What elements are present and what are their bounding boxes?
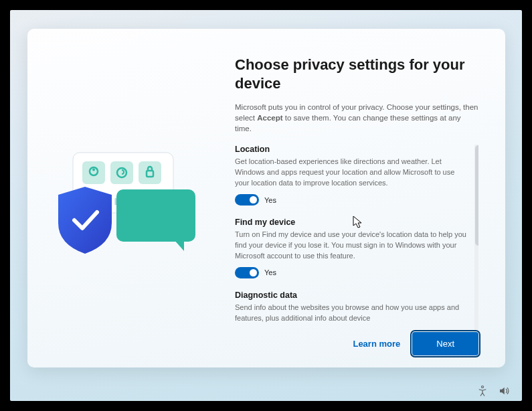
learn-more-link[interactable]: Learn more	[353, 339, 400, 349]
next-button[interactable]: Next	[412, 332, 478, 355]
location-toggle[interactable]	[235, 194, 259, 206]
intro-bold: Accept	[257, 114, 282, 122]
svg-point-22	[482, 386, 484, 388]
accessibility-icon[interactable]	[476, 385, 489, 397]
illustration-pane	[27, 29, 228, 367]
privacy-illustration	[53, 149, 200, 270]
svg-point-3	[92, 169, 95, 171]
svg-rect-1	[82, 161, 105, 184]
content-pane: Choose privacy settings for your device …	[228, 29, 505, 367]
find-title: Find my device	[235, 218, 466, 227]
section-find-my-device: Find my device Turn on Find my device an…	[235, 218, 466, 278]
find-my-device-toggle[interactable]	[235, 267, 259, 278]
svg-rect-4	[110, 161, 133, 184]
action-row: Learn more Next	[353, 332, 478, 355]
scrollbar-track[interactable]: ▴ ▾	[474, 145, 478, 344]
intro-text: Microsoft puts you in control of your pr…	[235, 102, 478, 134]
volume-icon[interactable]	[498, 385, 510, 397]
location-toggle-label: Yes	[264, 196, 276, 204]
location-toggle-row: Yes	[235, 194, 466, 206]
diag-title: Diagnostic data	[235, 291, 466, 300]
find-body: Turn on Find my device and use your devi…	[235, 230, 466, 262]
find-toggle-row: Yes	[235, 267, 466, 278]
dialog-card: Choose privacy settings for your device …	[27, 29, 505, 367]
scrollbar-thumb[interactable]	[475, 145, 478, 246]
location-title: Location	[235, 145, 466, 154]
section-location: Location Get location-based experiences …	[235, 145, 466, 206]
diag-body: Send info about the websites you browse …	[235, 303, 466, 323]
page-title: Choose privacy settings for your device	[235, 56, 478, 92]
svg-rect-6	[139, 161, 161, 184]
find-toggle-label: Yes	[264, 268, 276, 276]
location-body: Get location-based experiences like dire…	[235, 157, 466, 189]
svg-rect-20	[116, 189, 195, 242]
settings-scroll-area[interactable]: Location Get location-based experiences …	[235, 145, 478, 354]
system-tray	[476, 385, 510, 397]
section-diagnostic-data: Diagnostic data Send info about the webs…	[235, 291, 466, 323]
oobe-screen: Choose privacy settings for your device …	[10, 10, 522, 401]
